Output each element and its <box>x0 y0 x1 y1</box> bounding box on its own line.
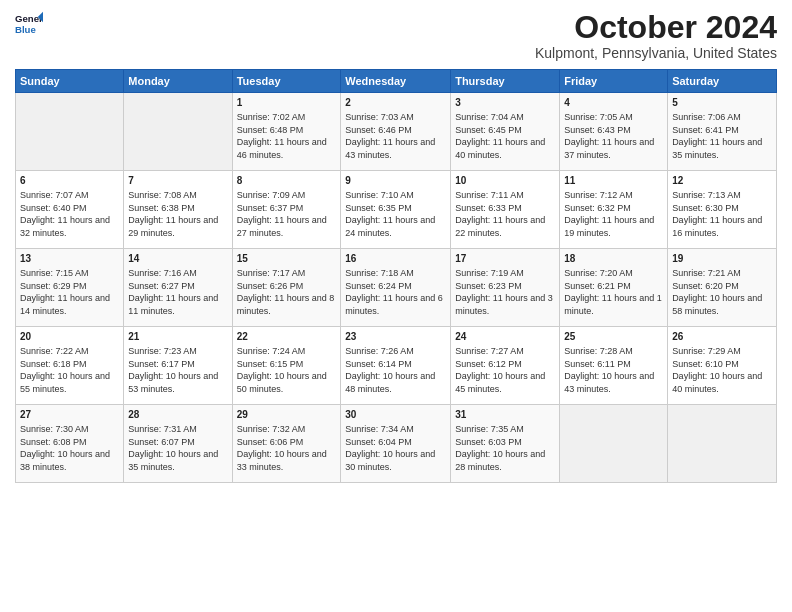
svg-text:General: General <box>15 13 43 24</box>
page-header: General Blue October 2024 Kulpmont, Penn… <box>15 10 777 61</box>
calendar-cell: 27Sunrise: 7:30 AM Sunset: 6:08 PM Dayli… <box>16 405 124 483</box>
location-text: Kulpmont, Pennsylvania, United States <box>535 45 777 61</box>
calendar-cell: 28Sunrise: 7:31 AM Sunset: 6:07 PM Dayli… <box>124 405 232 483</box>
svg-text:Blue: Blue <box>15 24 36 35</box>
day-number: 20 <box>20 330 119 344</box>
day-number: 12 <box>672 174 772 188</box>
day-info: Sunrise: 7:11 AM Sunset: 6:33 PM Dayligh… <box>455 189 555 239</box>
day-info: Sunrise: 7:13 AM Sunset: 6:30 PM Dayligh… <box>672 189 772 239</box>
day-info: Sunrise: 7:07 AM Sunset: 6:40 PM Dayligh… <box>20 189 119 239</box>
calendar-week-3: 20Sunrise: 7:22 AM Sunset: 6:18 PM Dayli… <box>16 327 777 405</box>
calendar-cell <box>668 405 777 483</box>
calendar-table: SundayMondayTuesdayWednesdayThursdayFrid… <box>15 69 777 483</box>
calendar-cell: 6Sunrise: 7:07 AM Sunset: 6:40 PM Daylig… <box>16 171 124 249</box>
calendar-cell: 16Sunrise: 7:18 AM Sunset: 6:24 PM Dayli… <box>341 249 451 327</box>
day-number: 25 <box>564 330 663 344</box>
day-number: 19 <box>672 252 772 266</box>
day-number: 9 <box>345 174 446 188</box>
day-number: 6 <box>20 174 119 188</box>
day-info: Sunrise: 7:32 AM Sunset: 6:06 PM Dayligh… <box>237 423 337 473</box>
calendar-cell: 24Sunrise: 7:27 AM Sunset: 6:12 PM Dayli… <box>451 327 560 405</box>
weekday-header-thursday: Thursday <box>451 70 560 93</box>
day-info: Sunrise: 7:26 AM Sunset: 6:14 PM Dayligh… <box>345 345 446 395</box>
day-number: 4 <box>564 96 663 110</box>
day-number: 5 <box>672 96 772 110</box>
day-number: 29 <box>237 408 337 422</box>
weekday-header-friday: Friday <box>560 70 668 93</box>
day-number: 1 <box>237 96 337 110</box>
day-info: Sunrise: 7:19 AM Sunset: 6:23 PM Dayligh… <box>455 267 555 317</box>
calendar-cell <box>560 405 668 483</box>
day-info: Sunrise: 7:20 AM Sunset: 6:21 PM Dayligh… <box>564 267 663 317</box>
day-info: Sunrise: 7:27 AM Sunset: 6:12 PM Dayligh… <box>455 345 555 395</box>
day-number: 28 <box>128 408 227 422</box>
calendar-body: 1Sunrise: 7:02 AM Sunset: 6:48 PM Daylig… <box>16 93 777 483</box>
weekday-header-monday: Monday <box>124 70 232 93</box>
calendar-cell: 7Sunrise: 7:08 AM Sunset: 6:38 PM Daylig… <box>124 171 232 249</box>
day-info: Sunrise: 7:28 AM Sunset: 6:11 PM Dayligh… <box>564 345 663 395</box>
weekday-header-sunday: Sunday <box>16 70 124 93</box>
day-number: 24 <box>455 330 555 344</box>
day-info: Sunrise: 7:22 AM Sunset: 6:18 PM Dayligh… <box>20 345 119 395</box>
day-number: 22 <box>237 330 337 344</box>
day-number: 8 <box>237 174 337 188</box>
day-info: Sunrise: 7:30 AM Sunset: 6:08 PM Dayligh… <box>20 423 119 473</box>
day-info: Sunrise: 7:34 AM Sunset: 6:04 PM Dayligh… <box>345 423 446 473</box>
day-info: Sunrise: 7:31 AM Sunset: 6:07 PM Dayligh… <box>128 423 227 473</box>
calendar-cell <box>16 93 124 171</box>
calendar-cell: 3Sunrise: 7:04 AM Sunset: 6:45 PM Daylig… <box>451 93 560 171</box>
calendar-cell: 22Sunrise: 7:24 AM Sunset: 6:15 PM Dayli… <box>232 327 341 405</box>
calendar-cell: 25Sunrise: 7:28 AM Sunset: 6:11 PM Dayli… <box>560 327 668 405</box>
weekday-header-wednesday: Wednesday <box>341 70 451 93</box>
day-info: Sunrise: 7:18 AM Sunset: 6:24 PM Dayligh… <box>345 267 446 317</box>
weekday-header-tuesday: Tuesday <box>232 70 341 93</box>
calendar-cell: 21Sunrise: 7:23 AM Sunset: 6:17 PM Dayli… <box>124 327 232 405</box>
calendar-header: SundayMondayTuesdayWednesdayThursdayFrid… <box>16 70 777 93</box>
day-info: Sunrise: 7:03 AM Sunset: 6:46 PM Dayligh… <box>345 111 446 161</box>
day-info: Sunrise: 7:17 AM Sunset: 6:26 PM Dayligh… <box>237 267 337 317</box>
calendar-cell: 13Sunrise: 7:15 AM Sunset: 6:29 PM Dayli… <box>16 249 124 327</box>
calendar-cell: 5Sunrise: 7:06 AM Sunset: 6:41 PM Daylig… <box>668 93 777 171</box>
logo: General Blue <box>15 10 43 38</box>
day-number: 15 <box>237 252 337 266</box>
calendar-cell: 12Sunrise: 7:13 AM Sunset: 6:30 PM Dayli… <box>668 171 777 249</box>
calendar-cell: 23Sunrise: 7:26 AM Sunset: 6:14 PM Dayli… <box>341 327 451 405</box>
day-number: 2 <box>345 96 446 110</box>
day-number: 27 <box>20 408 119 422</box>
calendar-week-1: 6Sunrise: 7:07 AM Sunset: 6:40 PM Daylig… <box>16 171 777 249</box>
day-info: Sunrise: 7:06 AM Sunset: 6:41 PM Dayligh… <box>672 111 772 161</box>
calendar-cell: 19Sunrise: 7:21 AM Sunset: 6:20 PM Dayli… <box>668 249 777 327</box>
calendar-cell: 4Sunrise: 7:05 AM Sunset: 6:43 PM Daylig… <box>560 93 668 171</box>
title-section: October 2024 Kulpmont, Pennsylvania, Uni… <box>535 10 777 61</box>
day-number: 13 <box>20 252 119 266</box>
day-info: Sunrise: 7:05 AM Sunset: 6:43 PM Dayligh… <box>564 111 663 161</box>
day-info: Sunrise: 7:12 AM Sunset: 6:32 PM Dayligh… <box>564 189 663 239</box>
calendar-week-2: 13Sunrise: 7:15 AM Sunset: 6:29 PM Dayli… <box>16 249 777 327</box>
day-info: Sunrise: 7:29 AM Sunset: 6:10 PM Dayligh… <box>672 345 772 395</box>
calendar-cell: 9Sunrise: 7:10 AM Sunset: 6:35 PM Daylig… <box>341 171 451 249</box>
calendar-cell: 20Sunrise: 7:22 AM Sunset: 6:18 PM Dayli… <box>16 327 124 405</box>
day-number: 26 <box>672 330 772 344</box>
day-info: Sunrise: 7:23 AM Sunset: 6:17 PM Dayligh… <box>128 345 227 395</box>
calendar-cell: 31Sunrise: 7:35 AM Sunset: 6:03 PM Dayli… <box>451 405 560 483</box>
day-info: Sunrise: 7:08 AM Sunset: 6:38 PM Dayligh… <box>128 189 227 239</box>
day-info: Sunrise: 7:10 AM Sunset: 6:35 PM Dayligh… <box>345 189 446 239</box>
calendar-cell: 10Sunrise: 7:11 AM Sunset: 6:33 PM Dayli… <box>451 171 560 249</box>
calendar-cell: 14Sunrise: 7:16 AM Sunset: 6:27 PM Dayli… <box>124 249 232 327</box>
logo-icon: General Blue <box>15 10 43 38</box>
weekday-row: SundayMondayTuesdayWednesdayThursdayFrid… <box>16 70 777 93</box>
calendar-cell <box>124 93 232 171</box>
calendar-cell: 1Sunrise: 7:02 AM Sunset: 6:48 PM Daylig… <box>232 93 341 171</box>
day-info: Sunrise: 7:24 AM Sunset: 6:15 PM Dayligh… <box>237 345 337 395</box>
calendar-cell: 26Sunrise: 7:29 AM Sunset: 6:10 PM Dayli… <box>668 327 777 405</box>
calendar-cell: 2Sunrise: 7:03 AM Sunset: 6:46 PM Daylig… <box>341 93 451 171</box>
day-number: 11 <box>564 174 663 188</box>
day-info: Sunrise: 7:02 AM Sunset: 6:48 PM Dayligh… <box>237 111 337 161</box>
calendar-cell: 18Sunrise: 7:20 AM Sunset: 6:21 PM Dayli… <box>560 249 668 327</box>
calendar-cell: 8Sunrise: 7:09 AM Sunset: 6:37 PM Daylig… <box>232 171 341 249</box>
weekday-header-saturday: Saturday <box>668 70 777 93</box>
calendar-cell: 15Sunrise: 7:17 AM Sunset: 6:26 PM Dayli… <box>232 249 341 327</box>
calendar-week-0: 1Sunrise: 7:02 AM Sunset: 6:48 PM Daylig… <box>16 93 777 171</box>
day-info: Sunrise: 7:16 AM Sunset: 6:27 PM Dayligh… <box>128 267 227 317</box>
day-number: 3 <box>455 96 555 110</box>
